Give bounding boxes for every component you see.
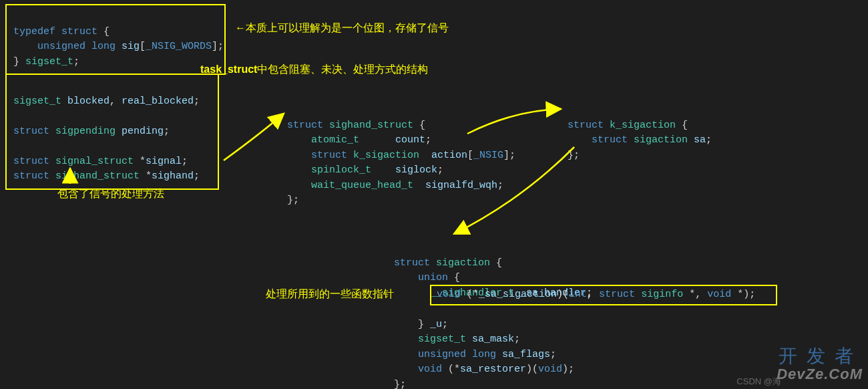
watermark-en: DevZe.CoM [777, 363, 863, 385]
punct: } [13, 56, 25, 68]
punct: (* [461, 289, 479, 300]
punct: { [676, 120, 688, 131]
punct: [ [140, 41, 146, 52]
type: signal_struct [49, 156, 134, 167]
type: sighand_struct [323, 120, 413, 131]
punct: ; [425, 134, 431, 146]
type: sigpending [49, 126, 116, 137]
type: sigaction [430, 257, 490, 269]
kw: struct [287, 150, 347, 161]
punct: }; [287, 194, 299, 206]
type: sigset_t [13, 96, 61, 107]
kw: struct [568, 134, 628, 146]
kw: struct [599, 289, 635, 300]
var: siglock [371, 164, 437, 176]
kw: union [394, 272, 448, 283]
kw: unsigned long [394, 349, 496, 360]
punct: * [140, 170, 152, 182]
text: 中包含阻塞、未决、处理方式的结构 [257, 63, 428, 75]
kw: void [394, 364, 442, 375]
var: real_blocked [122, 96, 194, 107]
kw: void [707, 289, 731, 300]
kw: struct [13, 126, 49, 137]
code-sigaction-tail: } _u; sigset_t sa_mask; unsigned long sa… [394, 302, 574, 389]
punct: ; [497, 180, 503, 191]
arrow-sighand-to-struct [224, 114, 284, 160]
kw: struct [394, 257, 430, 269]
punct: ; [550, 349, 556, 360]
kw: struct [287, 120, 323, 131]
var: _u [430, 319, 442, 330]
kw: int [569, 289, 587, 300]
kw: struct [13, 156, 49, 167]
punct: { [97, 26, 110, 37]
var: count [359, 134, 425, 146]
kw: struct [13, 170, 49, 182]
var: signalfd_wqh [413, 180, 497, 191]
annotation-task-struct: task_struct中包含阻塞、未决、处理方式的结构 [200, 61, 428, 78]
var: sa_mask [466, 334, 514, 345]
type: sigset_t [394, 334, 466, 345]
punct: }; [394, 379, 406, 390]
var: action [419, 150, 467, 161]
annotation-bitmap: ←本质上可以理解为是一个位图，存储了信号 [235, 20, 449, 36]
punct: )( [557, 289, 569, 300]
code-box-sigset-typedef: typedef struct { unsigned long sig[_NSIG… [5, 4, 226, 75]
var: sa_flags [496, 349, 550, 360]
punct: *, [683, 289, 707, 300]
punct: ); [562, 364, 574, 375]
var: sighand [152, 170, 194, 182]
punct: ; [194, 170, 200, 182]
annotation-function-pointers: 处理所用到的一些函数指针 [266, 286, 394, 302]
var: blocked [61, 96, 110, 107]
punct: ; [182, 156, 188, 167]
var: pending [116, 126, 164, 137]
kw: struct [568, 120, 604, 131]
punct: }; [568, 150, 580, 161]
code-k-sigaction: struct k_sigaction { struct sigaction sa… [568, 103, 712, 163]
punct: ; [194, 96, 200, 107]
punct: )( [526, 364, 538, 375]
var: sa_restorer [460, 364, 526, 375]
type: atomic_t [287, 134, 359, 146]
punct: ; [514, 334, 520, 345]
punct: * [134, 156, 146, 167]
punct: ]; [212, 41, 224, 52]
punct: { [490, 257, 502, 269]
kw: void [437, 289, 461, 300]
var: _sa_sigaction [479, 289, 557, 300]
punct: ; [442, 319, 448, 330]
code-box-task-struct-members: sigset_t blocked, real_blocked; struct s… [5, 74, 219, 190]
kw: typedef [13, 26, 55, 37]
type: spinlock_t [287, 164, 371, 176]
var: signal [146, 156, 182, 167]
punct: , [587, 289, 599, 300]
macro: _NSIG_WORDS [146, 41, 212, 52]
type: k_sigaction [347, 150, 419, 161]
punct: (* [442, 364, 460, 375]
type: sigaction [628, 134, 688, 146]
csdn-watermark: CSDN @海 [736, 375, 781, 388]
type: wait_queue_head_t [287, 180, 413, 191]
var: sa [688, 134, 706, 146]
punct: { [448, 272, 460, 283]
punct: ; [73, 56, 79, 68]
type: sigset_t [25, 56, 73, 68]
kw: void [538, 364, 562, 375]
punct: } [394, 319, 430, 330]
punct: *); [731, 289, 755, 300]
kw: unsigned long [13, 41, 116, 52]
punct: [ [467, 150, 473, 161]
punct: { [413, 120, 425, 131]
macro: _NSIG [473, 150, 503, 161]
kw: struct [55, 26, 97, 37]
type: sighand_struct [49, 170, 140, 182]
punct: ]; [503, 150, 515, 161]
punct: ; [437, 164, 443, 176]
punct: ; [706, 134, 712, 146]
punct: , [110, 96, 122, 107]
type: siginfo [635, 289, 683, 300]
annotation-handler-methods: 包含了信号的处理方法 [57, 186, 164, 202]
type: k_sigaction [604, 120, 676, 131]
var: sig [116, 41, 140, 52]
